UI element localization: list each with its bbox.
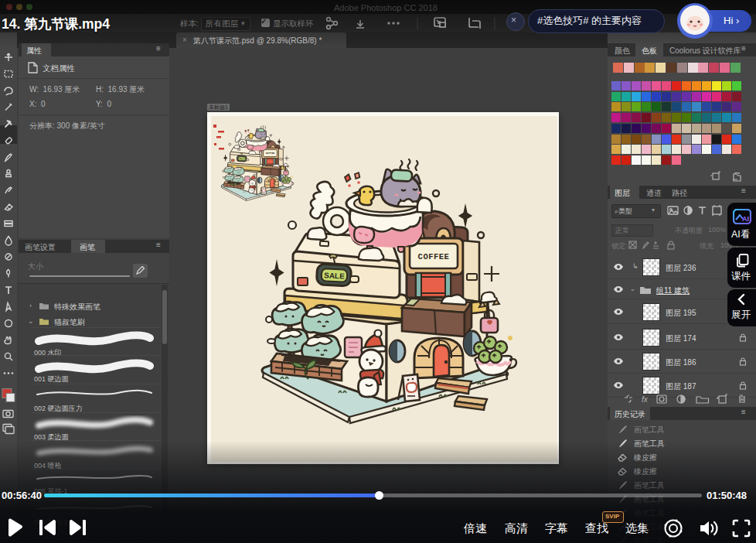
svg-text:AI: AI bbox=[742, 215, 749, 223]
svg-text:fx: fx bbox=[642, 395, 649, 404]
